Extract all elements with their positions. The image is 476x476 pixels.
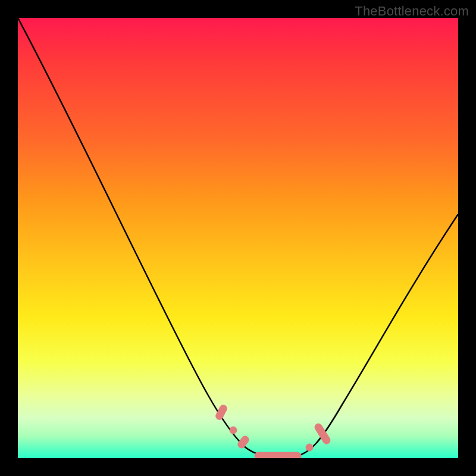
left-upper-lozenge [215,404,228,421]
bottleneck-curve [18,18,458,458]
chart-frame: TheBottleneck.com [0,0,476,476]
left-mid-dot [230,427,237,434]
right-dot [306,444,313,451]
left-lower-lozenge [236,435,250,450]
plot-area [18,18,458,458]
watermark-text: TheBottleneck.com [355,4,469,19]
chart-svg [18,18,458,458]
trough-bar [255,452,301,458]
marker-group [215,404,332,458]
